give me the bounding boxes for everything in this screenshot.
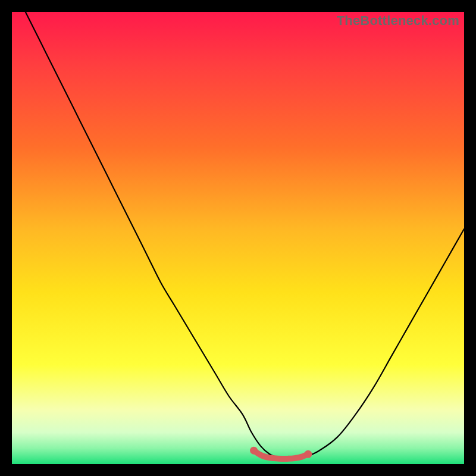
watermark-text: TheBottleneck.com [337, 13, 459, 29]
optimal-zone-marker [254, 450, 308, 459]
chart-frame: TheBottleneck.com [0, 0, 476, 476]
svg-point-1 [250, 447, 258, 455]
chart-svg [12, 12, 464, 464]
svg-point-2 [304, 450, 312, 458]
bottleneck-curve [26, 12, 464, 459]
plot-area: TheBottleneck.com [12, 12, 464, 464]
